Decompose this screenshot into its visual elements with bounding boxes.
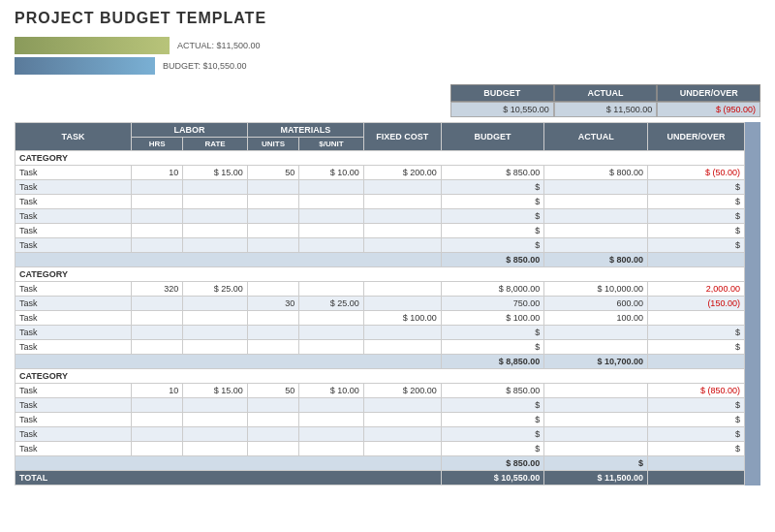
- subtotal-row: $ 850.00 $ 800.00: [16, 253, 760, 267]
- chart-area: ACTUAL: $11,500.00 BUDGET: $10,550.00: [15, 37, 760, 75]
- category-row: CATEGORY: [16, 267, 760, 282]
- category-label: CATEGORY: [16, 151, 745, 166]
- table-row: Task 10 $ 15.00 50 $ 10.00 $ 200.00 $ 85…: [16, 384, 760, 398]
- table-row: Task $$: [16, 195, 760, 209]
- col-task: TASK: [16, 123, 132, 151]
- budget-label: BUDGET: $10,550.00: [163, 61, 247, 71]
- table-row: Task 10 $ 15.00 50 $ 10.00 $ 200.00 $ 85…: [16, 166, 760, 180]
- table-row: Task $$: [16, 340, 760, 355]
- col-underover: UNDER/OVER: [647, 123, 744, 151]
- task-name: Task: [16, 166, 132, 180]
- col-hrs: HRS: [131, 138, 182, 151]
- summary-budget-header: BUDGET: [450, 84, 554, 102]
- total-underover: [647, 471, 744, 485]
- total-label: TOTAL: [16, 471, 442, 485]
- table-row: Task $$: [16, 180, 760, 195]
- table-row: Task $$: [16, 427, 760, 442]
- accent-col: [744, 123, 760, 151]
- subtotal-row: $ 8,850.00 $ 10,700.00: [16, 355, 760, 369]
- col-units: UNITS: [247, 138, 298, 151]
- col-fixed: FIXED COST: [363, 123, 441, 151]
- main-table: TASK LABOR MATERIALS FIXED COST BUDGET A…: [15, 122, 760, 485]
- summary-underover-header: UNDER/OVER: [657, 84, 760, 102]
- summary-actual-value: $ 11,500.00: [554, 102, 658, 117]
- budget-bar: [15, 57, 155, 75]
- category-label: CATEGORY: [16, 369, 745, 384]
- summary-values: $ 10,550.00 $ 11,500.00 $ (950.00): [15, 102, 760, 117]
- col-actual: ACTUAL: [544, 123, 648, 151]
- subtotal-row: $ 850.00 $: [16, 456, 760, 471]
- summary-underover-value: $ (950.00): [657, 102, 760, 117]
- summary-header: BUDGET ACTUAL UNDER/OVER: [15, 84, 760, 102]
- col-budget: BUDGET: [441, 123, 544, 151]
- table-row: Task $$: [16, 224, 760, 238]
- col-materials: MATERIALS: [247, 123, 363, 138]
- table-row: Task $$: [16, 238, 760, 253]
- table-row: Task $$: [16, 413, 760, 427]
- table-row: Task $$: [16, 326, 760, 340]
- table-row: Task $$: [16, 209, 760, 224]
- total-budget: $ 10,550.00: [441, 471, 544, 485]
- table-row: Task $ 100.00 $ 100.00 100.00: [16, 311, 760, 326]
- table-row: Task 320 $ 25.00 $ 8,000.00 $ 10,000.00 …: [16, 282, 760, 297]
- category-row: CATEGORY: [16, 151, 760, 166]
- actual-label: ACTUAL: $11,500.00: [177, 41, 261, 50]
- summary-budget-value: $ 10,550.00: [450, 102, 554, 117]
- category-row: CATEGORY: [16, 369, 760, 384]
- category-label: CATEGORY: [16, 267, 745, 282]
- page-title: PROJECT BUDGET TEMPLATE: [15, 10, 760, 27]
- total-row: TOTAL $ 10,550.00 $ 11,500.00: [16, 471, 760, 485]
- table-row: Task $$: [16, 398, 760, 413]
- col-labor: LABOR: [131, 123, 247, 138]
- col-per-unit: $/UNIT: [299, 138, 364, 151]
- col-rate: RATE: [183, 138, 248, 151]
- actual-bar: [15, 37, 170, 54]
- accent-cell: [744, 151, 760, 166]
- summary-actual-header: ACTUAL: [554, 84, 658, 102]
- total-actual: $ 11,500.00: [544, 471, 648, 485]
- table-row: Task $$: [16, 442, 760, 456]
- table-row: Task 30 $ 25.00 750.00 600.00 (150.00): [16, 297, 760, 311]
